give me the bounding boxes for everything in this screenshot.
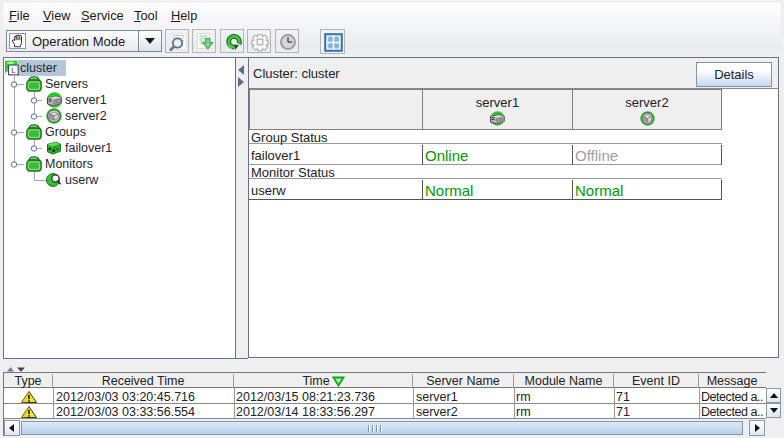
svg-text:L: L [11,66,16,75]
